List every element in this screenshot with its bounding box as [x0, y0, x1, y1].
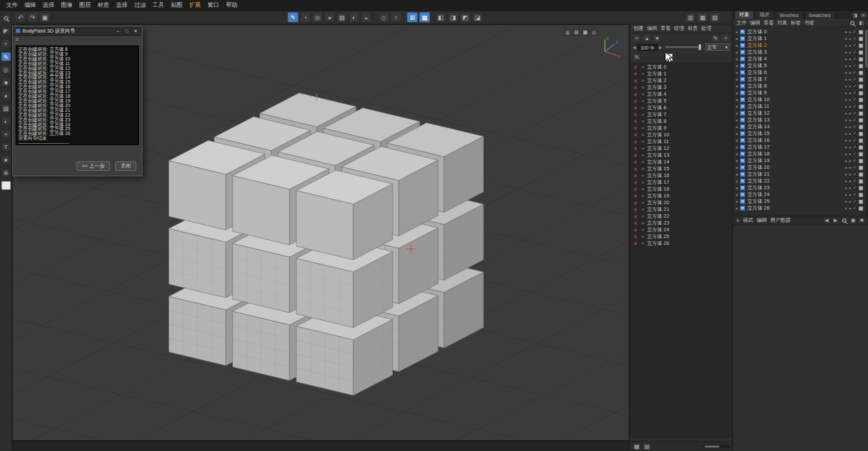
editor-visibility-dot[interactable]	[845, 160, 847, 162]
grid-toggle-icon[interactable]: ⊞	[573, 29, 580, 36]
material-row-4[interactable]: ✕立方体 4	[630, 91, 733, 98]
menubar-item-8[interactable]: 工具	[149, 1, 167, 10]
enabled-check-icon[interactable]: ✓	[853, 104, 856, 109]
object-row-9[interactable]: 立方体 9✓	[733, 90, 866, 96]
color-swatch[interactable]	[1, 181, 11, 190]
editor-visibility-dot[interactable]	[845, 174, 847, 176]
cube-object-icon[interactable]	[740, 77, 745, 82]
enabled-check-icon[interactable]: ✓	[853, 192, 856, 197]
attribute-tab-1[interactable]: 编辑	[757, 217, 767, 224]
object-name[interactable]: 立方体 10	[747, 96, 770, 103]
object-name[interactable]: 立方体 2	[747, 42, 767, 49]
brush-tool-icon[interactable]: ✎	[1, 52, 11, 61]
render-visibility-dot[interactable]	[849, 99, 851, 101]
enabled-check-icon[interactable]: ✓	[853, 63, 856, 68]
dock-icon[interactable]: ◨	[852, 12, 859, 18]
material-menu-2[interactable]: 查看	[660, 25, 671, 32]
fill-tool-icon[interactable]: ◕	[1, 91, 11, 100]
attribute-tab-2[interactable]: 用户数据	[770, 217, 791, 224]
enabled-check-icon[interactable]: ✓	[853, 138, 856, 143]
save-icon[interactable]: ▣	[39, 12, 50, 22]
uv-mesh-icon[interactable]: ▦	[419, 12, 430, 22]
render-visibility-dot[interactable]	[849, 208, 851, 210]
texture-tag-icon[interactable]	[859, 71, 863, 75]
texture-tag-icon[interactable]	[859, 37, 863, 41]
wizard-dialog[interactable]: BodyPaint 3D 设置向导 – □ ✕ ≡ 正在创建材质: 立方体 8正…	[12, 26, 142, 176]
texture-tag-icon[interactable]	[859, 152, 863, 157]
material-menu-4[interactable]: 材质	[688, 25, 698, 32]
object-menu-2[interactable]: 查看	[764, 20, 774, 26]
object-row-21[interactable]: 立方体 21✓	[733, 171, 866, 178]
texture-tag-icon[interactable]	[859, 64, 863, 68]
cube-object-icon[interactable]	[740, 199, 745, 204]
material-menu-1[interactable]: 编辑	[647, 25, 657, 32]
cube-object-icon[interactable]	[740, 43, 745, 48]
text-tool-icon[interactable]: T	[1, 142, 11, 151]
list-view-icon[interactable]: ▤	[643, 443, 651, 450]
enabled-check-icon[interactable]: ✓	[853, 90, 856, 96]
editor-visibility-dot[interactable]	[845, 106, 847, 108]
cube-object-icon[interactable]	[740, 192, 745, 197]
texture-tag-icon[interactable]	[859, 84, 863, 89]
object-row-24[interactable]: 立方体 24✓	[733, 191, 866, 198]
material-row-26[interactable]: ✕立方体 26	[630, 240, 733, 247]
editor-visibility-dot[interactable]	[845, 146, 847, 149]
editor-visibility-dot[interactable]	[845, 113, 847, 115]
enabled-check-icon[interactable]: ✓	[853, 83, 856, 89]
render-visibility-dot[interactable]	[849, 126, 851, 128]
panel-tab-对象[interactable]: 对象	[734, 10, 754, 19]
back-arrow-icon[interactable]: ◀	[823, 218, 830, 224]
editor-visibility-dot[interactable]	[845, 208, 847, 210]
object-name[interactable]: 立方体 4	[747, 56, 767, 62]
material-row-10[interactable]: ✕立方体 10	[630, 132, 733, 138]
editor-visibility-dot[interactable]	[845, 72, 847, 74]
panel-layout-icon-2[interactable]: ▦	[697, 12, 708, 22]
enabled-check-icon[interactable]: ✓	[853, 165, 856, 170]
object-menu-0[interactable]: 文件	[736, 20, 747, 26]
render-visibility-dot[interactable]	[849, 153, 851, 155]
object-name[interactable]: 立方体 19	[747, 157, 770, 164]
brush-settings-icon[interactable]: ✎	[633, 54, 641, 61]
object-name[interactable]: 立方体 0	[747, 28, 767, 35]
enabled-check-icon[interactable]: ✓	[853, 56, 856, 62]
raybrush-icon[interactable]: ◪	[472, 12, 483, 22]
texture-tag-icon[interactable]	[859, 30, 863, 35]
star-tool-icon[interactable]: ★	[1, 155, 11, 164]
texture-tag-icon[interactable]	[859, 159, 863, 163]
enabled-check-icon[interactable]: ✓	[853, 43, 856, 48]
object-row-13[interactable]: 立方体 13✓	[733, 117, 866, 123]
cube-object-icon[interactable]	[740, 111, 745, 116]
editor-visibility-dot[interactable]	[845, 99, 847, 101]
material-row-20[interactable]: ✕立方体 20	[630, 199, 733, 206]
render-visibility-dot[interactable]	[849, 180, 851, 182]
filter-icon[interactable]: ◧	[858, 20, 865, 26]
lasso-icon[interactable]: ○	[391, 12, 401, 22]
editor-visibility-dot[interactable]	[845, 52, 847, 54]
object-menu-4[interactable]: 标签	[791, 20, 801, 26]
arrow-down-icon[interactable]: ▾	[653, 35, 661, 42]
object-name[interactable]: 立方体 20	[747, 164, 770, 171]
cube-object-icon[interactable]	[740, 97, 745, 102]
render-visibility-dot[interactable]	[849, 133, 851, 135]
object-row-12[interactable]: 立方体 12✓	[733, 110, 866, 117]
scrollbar-thumb[interactable]	[865, 30, 867, 68]
object-name[interactable]: 立方体 13	[747, 117, 770, 123]
material-row-8[interactable]: ✕立方体 8	[630, 118, 733, 125]
enabled-check-icon[interactable]: ✓	[853, 158, 856, 163]
menubar-item-9[interactable]: 贴图	[167, 1, 186, 10]
texture-tag-icon[interactable]	[859, 118, 863, 123]
render-visibility-dot[interactable]	[849, 140, 851, 142]
editor-visibility-dot[interactable]	[845, 194, 847, 196]
material-row-19[interactable]: ✕立方体 19	[630, 193, 733, 199]
material-row-24[interactable]: ✕立方体 24	[630, 227, 733, 233]
opacity-slider[interactable]	[665, 46, 702, 48]
texture-tag-icon[interactable]	[859, 172, 863, 177]
texture-tag-icon[interactable]	[859, 91, 863, 96]
object-row-19[interactable]: 立方体 19✓	[733, 157, 866, 164]
material-row-21[interactable]: ✕立方体 21	[630, 206, 733, 213]
object-row-25[interactable]: 立方体 25✓	[733, 198, 866, 205]
editor-visibility-dot[interactable]	[845, 38, 847, 40]
menubar-item-12[interactable]: 帮助	[222, 1, 241, 10]
horizontal-scrollbar[interactable]	[703, 445, 730, 448]
zoom-tool-icon[interactable]: ⊕	[1, 168, 11, 177]
